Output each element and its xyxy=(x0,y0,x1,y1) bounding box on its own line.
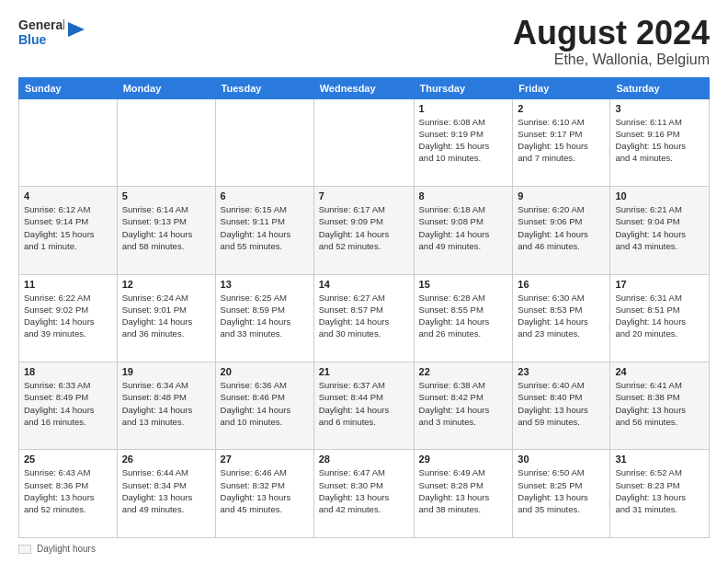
day-info: Sunrise: 6:34 AM Sunset: 8:48 PM Dayligh… xyxy=(122,379,210,428)
day-info: Sunrise: 6:22 AM Sunset: 9:02 PM Dayligh… xyxy=(24,292,112,340)
day-number: 2 xyxy=(518,103,605,114)
day-info: Sunrise: 6:18 AM Sunset: 9:08 PM Dayligh… xyxy=(419,203,508,252)
calendar-day-cell: 13Sunrise: 6:25 AM Sunset: 8:59 PM Dayli… xyxy=(215,274,313,362)
calendar-day-cell: 9Sunrise: 6:20 AM Sunset: 9:06 PM Daylig… xyxy=(513,187,610,274)
calendar-day-cell: 7Sunrise: 6:17 AM Sunset: 9:09 PM Daylig… xyxy=(313,187,414,274)
day-number: 18 xyxy=(24,366,112,377)
day-info: Sunrise: 6:17 AM Sunset: 9:09 PM Dayligh… xyxy=(319,203,409,252)
day-number: 5 xyxy=(122,190,210,201)
calendar-day-header: Friday xyxy=(513,77,610,98)
day-number: 7 xyxy=(319,190,409,201)
day-info: Sunrise: 6:40 AM Sunset: 8:40 PM Dayligh… xyxy=(518,379,605,428)
calendar-day-header: Tuesday xyxy=(215,77,313,98)
day-info: Sunrise: 6:43 AM Sunset: 8:36 PM Dayligh… xyxy=(24,466,112,515)
day-number: 9 xyxy=(518,190,605,201)
calendar-day-cell: 16Sunrise: 6:30 AM Sunset: 8:53 PM Dayli… xyxy=(513,274,610,362)
calendar-day-cell: 20Sunrise: 6:36 AM Sunset: 8:46 PM Dayli… xyxy=(215,362,313,450)
day-number: 24 xyxy=(615,366,704,377)
daylight-label: Daylight hours xyxy=(37,544,96,554)
day-info: Sunrise: 6:36 AM Sunset: 8:46 PM Dayligh… xyxy=(221,379,309,428)
svg-marker-2 xyxy=(68,22,85,37)
logo: General Blue xyxy=(18,15,85,48)
day-number: 21 xyxy=(319,366,409,377)
calendar-day-header: Thursday xyxy=(414,77,513,98)
calendar-day-cell xyxy=(117,98,215,186)
day-info: Sunrise: 6:24 AM Sunset: 9:01 PM Dayligh… xyxy=(122,292,210,340)
calendar-day-cell: 11Sunrise: 6:22 AM Sunset: 9:02 PM Dayli… xyxy=(19,274,118,362)
calendar-day-cell: 14Sunrise: 6:27 AM Sunset: 8:57 PM Dayli… xyxy=(313,274,414,362)
day-info: Sunrise: 6:30 AM Sunset: 8:53 PM Dayligh… xyxy=(518,292,605,340)
svg-text:Blue: Blue xyxy=(18,32,47,47)
day-number: 28 xyxy=(319,454,409,465)
day-info: Sunrise: 6:08 AM Sunset: 9:19 PM Dayligh… xyxy=(419,116,508,165)
day-info: Sunrise: 6:31 AM Sunset: 8:51 PM Dayligh… xyxy=(615,292,704,340)
day-number: 13 xyxy=(221,279,309,290)
day-info: Sunrise: 6:52 AM Sunset: 8:23 PM Dayligh… xyxy=(615,466,704,515)
calendar-day-cell: 28Sunrise: 6:47 AM Sunset: 8:30 PM Dayli… xyxy=(313,450,414,538)
day-number: 26 xyxy=(122,454,210,465)
day-number: 31 xyxy=(615,454,704,465)
logo-svg: General Blue xyxy=(18,15,64,48)
calendar-week-row: 1Sunrise: 6:08 AM Sunset: 9:19 PM Daylig… xyxy=(19,98,710,186)
main-title: August 2024 xyxy=(513,15,710,52)
calendar-day-cell: 3Sunrise: 6:11 AM Sunset: 9:16 PM Daylig… xyxy=(610,98,710,186)
calendar-day-cell: 8Sunrise: 6:18 AM Sunset: 9:08 PM Daylig… xyxy=(414,187,513,274)
day-info: Sunrise: 6:41 AM Sunset: 8:38 PM Dayligh… xyxy=(615,379,704,428)
day-info: Sunrise: 6:10 AM Sunset: 9:17 PM Dayligh… xyxy=(518,116,605,165)
daylight-box xyxy=(18,545,31,554)
day-number: 19 xyxy=(122,366,210,377)
day-number: 14 xyxy=(319,279,409,290)
subtitle: Ethe, Wallonia, Belgium xyxy=(513,52,710,68)
day-info: Sunrise: 6:46 AM Sunset: 8:32 PM Dayligh… xyxy=(221,466,309,515)
day-info: Sunrise: 6:11 AM Sunset: 9:16 PM Dayligh… xyxy=(615,116,704,165)
calendar-week-row: 25Sunrise: 6:43 AM Sunset: 8:36 PM Dayli… xyxy=(19,450,710,538)
calendar-day-cell: 2Sunrise: 6:10 AM Sunset: 9:17 PM Daylig… xyxy=(513,98,610,186)
day-number: 10 xyxy=(615,190,704,201)
day-number: 17 xyxy=(615,279,704,290)
calendar-day-cell: 6Sunrise: 6:15 AM Sunset: 9:11 PM Daylig… xyxy=(215,187,313,274)
day-number: 22 xyxy=(419,366,508,377)
calendar-day-cell: 15Sunrise: 6:28 AM Sunset: 8:55 PM Dayli… xyxy=(414,274,513,362)
calendar-day-cell: 24Sunrise: 6:41 AM Sunset: 8:38 PM Dayli… xyxy=(610,362,710,450)
calendar-day-header: Saturday xyxy=(610,77,710,98)
calendar-day-cell: 17Sunrise: 6:31 AM Sunset: 8:51 PM Dayli… xyxy=(610,274,710,362)
day-info: Sunrise: 6:50 AM Sunset: 8:25 PM Dayligh… xyxy=(518,466,605,515)
day-number: 11 xyxy=(24,279,112,290)
day-number: 23 xyxy=(518,366,605,377)
day-number: 30 xyxy=(518,454,605,465)
calendar-table: SundayMondayTuesdayWednesdayThursdayFrid… xyxy=(18,77,710,538)
day-info: Sunrise: 6:28 AM Sunset: 8:55 PM Dayligh… xyxy=(419,292,508,340)
day-info: Sunrise: 6:12 AM Sunset: 9:14 PM Dayligh… xyxy=(24,203,112,252)
calendar-day-cell: 5Sunrise: 6:14 AM Sunset: 9:13 PM Daylig… xyxy=(117,187,215,274)
header: General Blue August 2024 Ethe, Wallonia,… xyxy=(18,15,710,68)
calendar-week-row: 11Sunrise: 6:22 AM Sunset: 9:02 PM Dayli… xyxy=(19,274,710,362)
title-block: August 2024 Ethe, Wallonia, Belgium xyxy=(513,15,710,68)
page: General Blue August 2024 Ethe, Wallonia,… xyxy=(0,0,728,563)
calendar-day-cell: 27Sunrise: 6:46 AM Sunset: 8:32 PM Dayli… xyxy=(215,450,313,538)
day-number: 25 xyxy=(24,454,112,465)
calendar-day-header: Sunday xyxy=(19,77,118,98)
day-number: 6 xyxy=(221,190,309,201)
day-number: 3 xyxy=(615,103,704,114)
day-info: Sunrise: 6:37 AM Sunset: 8:44 PM Dayligh… xyxy=(319,379,409,428)
calendar-week-row: 4Sunrise: 6:12 AM Sunset: 9:14 PM Daylig… xyxy=(19,187,710,274)
day-number: 15 xyxy=(419,279,508,290)
day-number: 20 xyxy=(221,366,309,377)
calendar-day-cell: 10Sunrise: 6:21 AM Sunset: 9:04 PM Dayli… xyxy=(610,187,710,274)
calendar-day-header: Monday xyxy=(117,77,215,98)
calendar-day-cell xyxy=(19,98,118,186)
calendar-header-row: SundayMondayTuesdayWednesdayThursdayFrid… xyxy=(19,77,710,98)
day-info: Sunrise: 6:14 AM Sunset: 9:13 PM Dayligh… xyxy=(122,203,210,252)
day-number: 8 xyxy=(419,190,508,201)
footer: Daylight hours xyxy=(18,544,710,554)
day-info: Sunrise: 6:15 AM Sunset: 9:11 PM Dayligh… xyxy=(221,203,309,252)
day-info: Sunrise: 6:49 AM Sunset: 8:28 PM Dayligh… xyxy=(419,466,508,515)
day-info: Sunrise: 6:33 AM Sunset: 8:49 PM Dayligh… xyxy=(24,379,112,428)
calendar-day-cell: 21Sunrise: 6:37 AM Sunset: 8:44 PM Dayli… xyxy=(313,362,414,450)
day-number: 16 xyxy=(518,279,605,290)
day-info: Sunrise: 6:38 AM Sunset: 8:42 PM Dayligh… xyxy=(419,379,508,428)
day-info: Sunrise: 6:20 AM Sunset: 9:06 PM Dayligh… xyxy=(518,203,605,252)
calendar-day-cell xyxy=(313,98,414,186)
calendar-day-cell: 18Sunrise: 6:33 AM Sunset: 8:49 PM Dayli… xyxy=(19,362,118,450)
calendar-week-row: 18Sunrise: 6:33 AM Sunset: 8:49 PM Dayli… xyxy=(19,362,710,450)
